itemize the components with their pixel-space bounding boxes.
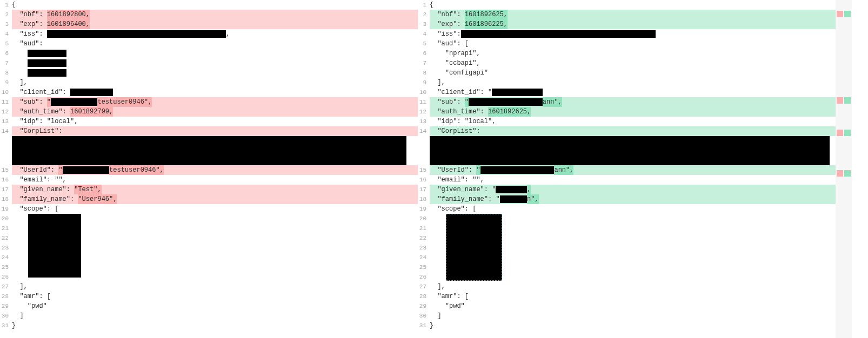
line-number: 18 [418,194,430,204]
code-line[interactable]: 14 "CorpList": [418,126,836,136]
code-line[interactable]: 7 xxxxxxxxxx [0,58,418,68]
code-line[interactable]: 13 "idp": "local", [418,117,836,126]
minimap-marker-removed[interactable] [837,170,843,177]
code-content: "ccbapi", [430,58,836,68]
code-line[interactable]: 21 [0,224,418,233]
code-line[interactable]: 1{ [0,0,418,10]
code-line[interactable]: 29 "pwd" [0,301,418,311]
code-content: "scope": [ [430,204,836,214]
line-number: 11 [0,97,12,107]
minimap-marker-added[interactable] [844,130,851,136]
redacted-text: xxxxxxx [500,195,527,203]
code-line[interactable]: 20 [418,214,836,224]
code-line[interactable]: 19 "scope": [ [0,204,418,214]
code-line[interactable]: 7 "ccbapi", [418,58,836,68]
code-content [430,214,836,224]
line-number: 14 [0,126,12,136]
code-line[interactable]: 9 ], [418,78,836,87]
code-line[interactable]: 13 "idp": "local", [0,117,418,126]
code-content: ], [12,282,418,292]
line-number: 11 [418,97,430,107]
code-line[interactable]: 22 [418,233,836,243]
code-content: ], [430,282,836,292]
code-line[interactable]: 14 "CorpList": [0,126,418,136]
code-line[interactable]: 27 ], [0,282,418,292]
code-line[interactable]: 30 ] [418,311,836,321]
code-line[interactable]: 11 "sub": "xxxxxxxxxxxxtestuser0946", [0,97,418,107]
code-line[interactable]: 10 "client_id": "xxxxxxxxxxxxx [418,87,836,97]
line-number: 15 [0,165,12,175]
line-number: 23 [0,243,12,253]
minimap-marker-removed[interactable] [837,130,843,136]
code-line[interactable]: 5 "aud": [0,39,418,49]
code-line[interactable]: 18 "family_name": "xxxxxxxn", [418,194,836,204]
code-line[interactable]: 8 xxxxxxxxxx [0,68,418,78]
code-line[interactable]: 29 "pwd" [418,301,836,311]
code-line[interactable]: 1{ [418,0,836,10]
code-line[interactable]: 2 "nbf": 1601892800, [0,10,418,19]
redacted-text: xxxxxxxxxxxxxxxxxxx [469,98,543,106]
line-number: 28 [418,292,430,301]
code-line[interactable]: 3 "exp": 1601896400, [0,19,418,29]
code-line[interactable]: 9 ], [0,78,418,87]
code-line[interactable]: 15 "UserId": "xxxxxxxxxxxxtestuser0946", [0,165,418,175]
code-line[interactable]: 4 "iss":xxxxxxxxxxxxxxxxxxxxxxxxxxxxxxxx… [418,29,836,39]
code-line[interactable]: 15 "UserId": "xxxxxxxxxxxxxxxxxxxann", [418,165,836,175]
code-line[interactable]: 17 "given_name": "Test", [0,185,418,194]
code-line[interactable]: 2 "nbf": 1601892625, [418,10,836,19]
code-line[interactable]: 12 "auth_time": 1601892625, [418,107,836,117]
code-line[interactable]: 22 [0,233,418,243]
code-line[interactable]: 17 "given_name": "xxxxxxxx, [418,185,836,194]
redacted-text: xxxxxxxxxxx [70,89,113,96]
code-line[interactable]: 25 [418,262,836,272]
minimap-marker-added[interactable] [844,11,851,17]
code-content: "UserId": "xxxxxxxxxxxxtestuser0946", [12,165,418,175]
code-line[interactable]: 26 [0,272,418,282]
code-line[interactable]: 6 "nprapi", [418,49,836,58]
code-line[interactable]: 6 xxxxxxxxxx [0,49,418,58]
code-line[interactable]: 30 ] [0,311,418,321]
code-line[interactable]: 20 [0,214,418,224]
line-number: 20 [0,214,12,224]
line-number: 24 [418,253,430,262]
code-line[interactable]: 5 "aud": [ [418,39,836,49]
code-line[interactable]: 25 [0,262,418,272]
code-line[interactable]: 26 [418,272,836,282]
code-line[interactable]: 4 "iss": xxxxxxxxxxxxxxxxxxxxxxxxxxxxxxx… [0,29,418,39]
line-number: 29 [418,301,430,311]
code-content: "aud": [ [430,39,836,49]
code-line[interactable]: 24 [418,253,836,262]
code-line[interactable]: 11 "sub": "xxxxxxxxxxxxxxxxxxxann", [418,97,836,107]
code-line[interactable]: 3 "exp": 1601896225, [418,19,836,29]
minimap-marker-removed[interactable] [837,97,843,104]
diff-left-pane[interactable]: 1{2 "nbf": 1601892800,3 "exp": 160189640… [0,0,418,338]
diff-minimap[interactable] [836,0,852,338]
line-number: 25 [0,262,12,272]
code-content: { [12,0,418,10]
code-line[interactable]: 16 "email": "", [418,175,836,185]
code-line[interactable]: 24 [0,253,418,262]
code-line[interactable]: 31} [418,321,836,330]
code-line[interactable]: 12 "auth_time": 1601892799, [0,107,418,117]
code-content: } [430,321,836,330]
code-line[interactable]: 16 "email": "", [0,175,418,185]
minimap-marker-added[interactable] [844,97,851,104]
code-line[interactable]: 28 "amr": [ [0,292,418,301]
minimap-marker-removed[interactable] [837,11,843,17]
code-line[interactable]: 31} [0,321,418,330]
redacted-text: xxxxxxxx [496,186,527,193]
code-line[interactable]: 27 ], [418,282,836,292]
code-line[interactable]: 21 [418,224,836,233]
code-line[interactable]: 28 "amr": [ [418,292,836,301]
minimap-marker-added[interactable] [844,170,851,177]
code-line[interactable]: 23 [418,243,836,253]
code-content [12,253,418,262]
code-content: "amr": [ [12,292,418,301]
code-line[interactable]: 19 "scope": [ [418,204,836,214]
code-line[interactable]: 8 "configapi" [418,68,836,78]
code-line[interactable]: 23 [0,243,418,253]
line-number: 3 [0,19,12,29]
code-line[interactable]: 10 "client_id": xxxxxxxxxxx [0,87,418,97]
code-line[interactable]: 18 "family_name": "User946", [0,194,418,204]
diff-right-pane[interactable]: 1{2 "nbf": 1601892625,3 "exp": 160189622… [418,0,836,338]
